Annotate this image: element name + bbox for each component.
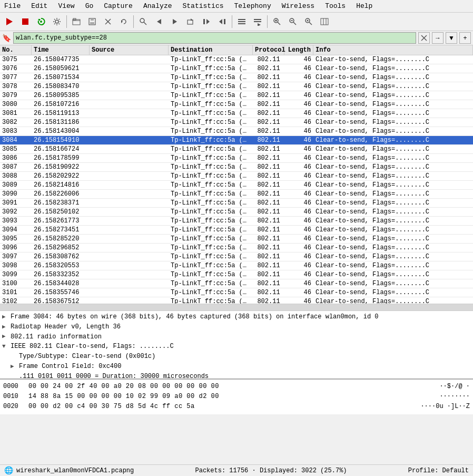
cell-info: Clear-to-send, Flags=........C [313,244,473,252]
cell-len: 46 [284,252,313,261]
open-file-button[interactable] [69,14,84,29]
start-capture-button[interactable] [2,14,17,29]
cell-src [90,235,169,243]
detail-row[interactable]: Type/Subtype: Clear-to-send (0x001c) [0,352,473,362]
menubar: FileEditViewGoCaptureAnalyzeStatisticsTe… [0,0,473,13]
table-row[interactable]: 3102 26.158367512 Tp-LinkT_ff:cc:5a (… 8… [0,297,473,304]
table-row[interactable]: 3097 26.158308762 Tp-LinkT_ff:cc:5a (… 8… [0,252,473,261]
cell-time: 26.158202922 [32,172,90,180]
zoom-out-button[interactable] [285,14,300,29]
h-scrollbar[interactable] [0,304,473,311]
filter-input[interactable] [13,32,416,44]
table-row[interactable]: 3085 26.158166724 Tp-LinkT_ff:cc:5a (… 8… [0,145,473,154]
table-row[interactable]: 3088 26.158202922 Tp-LinkT_ff:cc:5a (… 8… [0,172,473,181]
reload-file-button[interactable] [116,14,131,29]
close-file-button[interactable] [101,14,115,29]
menu-item-tools[interactable]: Tools [323,1,348,11]
menu-item-statistics[interactable]: Statistics [180,1,225,11]
go-forward-button[interactable] [167,14,182,29]
filter-clear-button[interactable] [418,32,430,44]
resize-columns-button[interactable] [317,14,332,29]
go-first-button[interactable] [199,14,214,29]
cell-time: 26.158320553 [32,261,90,270]
cell-len: 46 [284,279,313,288]
menu-item-help[interactable]: Help [354,1,375,11]
menu-item-wireless[interactable]: Wireless [280,1,317,11]
table-row[interactable]: 3077 26.158071534 Tp-LinkT_ff:cc:5a (… 8… [0,73,473,82]
zoom-normal-button[interactable] [301,14,316,29]
detail-row[interactable]: ▶ Radiotap Header v0, Length 36 [0,322,473,332]
table-row[interactable]: 3087 26.158190922 Tp-LinkT_ff:cc:5a (… 8… [0,163,473,172]
cell-info: Clear-to-send, Flags=........C [313,145,473,153]
restart-capture-button[interactable] [34,14,48,29]
filter-arrow-button[interactable]: → [432,32,444,44]
detail-row[interactable]: ▶ 802.11 radio information [0,332,473,342]
cell-len: 46 [284,288,313,297]
table-row[interactable]: 3089 26.158214816 Tp-LinkT_ff:cc:5a (… 8… [0,181,473,190]
cell-info: Clear-to-send, Flags=........C [313,91,473,100]
table-row[interactable]: 3090 26.158226006 Tp-LinkT_ff:cc:5a (… 8… [0,190,473,199]
table-row[interactable]: 3093 26.158261773 Tp-LinkT_ff:cc:5a (… 8… [0,217,473,226]
cell-no: 3086 [0,154,32,162]
table-row[interactable]: 3095 26.158285220 Tp-LinkT_ff:cc:5a (… 8… [0,235,473,244]
save-file-button[interactable] [85,14,100,29]
cell-no: 3094 [0,226,32,234]
table-row[interactable]: 3091 26.158238371 Tp-LinkT_ff:cc:5a (… 8… [0,199,473,208]
table-row[interactable]: 3092 26.158250102 Tp-LinkT_ff:cc:5a (… 8… [0,208,473,217]
stop-capture-button[interactable] [18,14,33,29]
go-last-button[interactable] [215,14,230,29]
table-row[interactable]: 3084 26.158154910 Tp-LinkT_ff:cc:5a (… 8… [0,136,473,145]
detail-row[interactable]: ▶ Frame Control Field: 0xc400 [0,362,473,372]
table-row[interactable]: 3078 26.158083470 Tp-LinkT_ff:cc:5a (… 8… [0,82,473,91]
menu-item-telephony[interactable]: Telephony [232,1,273,11]
menu-item-capture[interactable]: Capture [102,1,135,11]
table-row[interactable]: 3081 26.158119113 Tp-LinkT_ff:cc:5a (… 8… [0,109,473,118]
cell-len: 46 [284,226,313,234]
go-back-button[interactable] [152,14,166,29]
menu-item-edit[interactable]: Edit [29,1,50,11]
cell-dst: Tp-LinkT_ff:cc:5a (… [169,172,253,180]
filter-dropdown-button[interactable]: ▼ [446,32,457,44]
find-packet-button[interactable] [136,14,151,29]
table-row[interactable]: 3079 26.158095385 Tp-LinkT_ff:cc:5a (… 8… [0,91,473,100]
cell-time: 26.158143004 [32,127,90,135]
table-row[interactable]: 3096 26.158296852 Tp-LinkT_ff:cc:5a (… 8… [0,244,473,252]
filter-add-button[interactable]: + [459,32,471,44]
menu-item-view[interactable]: View [56,1,76,11]
capture-options-button[interactable] [50,14,64,29]
table-row[interactable]: 3098 26.158320553 Tp-LinkT_ff:cc:5a (… 8… [0,261,473,270]
menu-item-file[interactable]: File [2,1,23,11]
menu-item-go[interactable]: Go [83,1,96,11]
zoom-in-button[interactable] [270,14,284,29]
cell-dst: Tp-LinkT_ff:cc:5a (… [169,64,253,73]
table-row[interactable]: 3083 26.158143004 Tp-LinkT_ff:cc:5a (… 8… [0,127,473,136]
detail-row[interactable]: ▶ Frame 3084: 46 bytes on wire (368 bits… [0,312,473,322]
table-row[interactable]: 3099 26.158332352 Tp-LinkT_ff:cc:5a (… 8… [0,270,473,279]
table-row[interactable]: 3075 26.158047735 Tp-LinkT_ff:cc:5a (… 8… [0,55,473,64]
cell-dst: Tp-LinkT_ff:cc:5a (… [169,252,253,261]
cell-dst: Tp-LinkT_ff:cc:5a (… [169,244,253,252]
cell-len: 46 [284,163,313,171]
cell-no: 3087 [0,163,32,171]
auto-scroll-button[interactable] [250,14,265,29]
cell-info: Clear-to-send, Flags=........C [313,64,473,73]
svg-rect-24 [238,21,245,22]
cell-time: 26.158178599 [32,154,90,162]
table-row[interactable]: 3076 26.158059621 Tp-LinkT_ff:cc:5a (… 8… [0,64,473,73]
col-header-len: Length [284,45,313,55]
table-row[interactable]: 3101 26.158355746 Tp-LinkT_ff:cc:5a (… 8… [0,288,473,297]
table-row[interactable]: 3082 26.158131186 Tp-LinkT_ff:cc:5a (… 8… [0,118,473,127]
detail-row[interactable]: .111 0101 0011 0000 = Duration: 30000 mi… [0,372,473,380]
cell-dst: Tp-LinkT_ff:cc:5a (… [169,261,253,270]
table-row[interactable]: 3100 26.158344028 Tp-LinkT_ff:cc:5a (… 8… [0,279,473,288]
colorize-button[interactable] [234,14,249,29]
table-row[interactable]: 3086 26.158178599 Tp-LinkT_ff:cc:5a (… 8… [0,154,473,163]
svg-marker-19 [206,19,210,24]
cell-src [90,118,169,127]
table-row[interactable]: 3094 26.158273451 Tp-LinkT_ff:cc:5a (… 8… [0,226,473,235]
goto-packet-button[interactable] [183,14,198,29]
detail-row[interactable]: ▼ IEEE 802.11 Clear-to-send, Flags: ....… [0,342,473,352]
menu-item-analyze[interactable]: Analyze [141,1,174,11]
table-row[interactable]: 3080 26.158107216 Tp-LinkT_ff:cc:5a (… 8… [0,100,473,109]
cell-len: 46 [284,118,313,127]
